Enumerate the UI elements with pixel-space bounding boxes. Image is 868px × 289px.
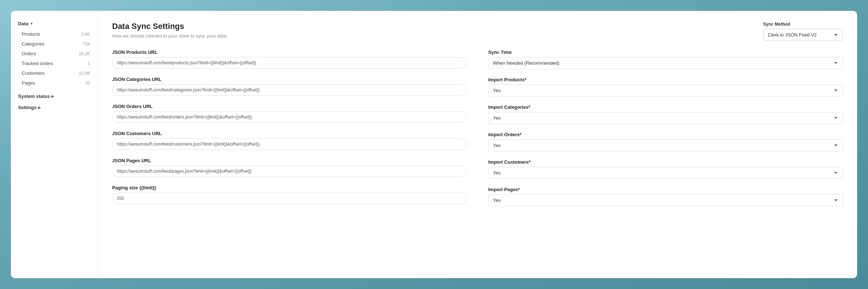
sidebar-items-container: Products 3.9K Categories 734 Orders 16.2…	[11, 29, 97, 88]
right-fields-container: Sync Time When Needed (Recommended)Every…	[488, 49, 843, 214]
field-input-json-customers-url[interactable]	[112, 138, 467, 150]
field-label-json-products-url: JSON Products URL	[112, 49, 467, 55]
sidebar-item-badge-orders: 16.2K	[79, 51, 90, 56]
chevron-down-icon: ▼	[30, 22, 33, 26]
field-group-import-orders: Import Orders* YesNo	[488, 132, 843, 151]
sidebar-item-badge-customers: 10.0K	[79, 71, 90, 76]
sidebar-section-data[interactable]: Data ▼	[11, 18, 97, 29]
field-label-paging-size: Paging size {{limit}}	[112, 185, 467, 190]
field-label-import-categories: Import Categories*	[488, 104, 843, 110]
sidebar-item-badge-products: 3.9K	[81, 32, 90, 37]
chevron-right-icon-settings: ▶	[38, 105, 41, 109]
field-select-import-customers[interactable]: YesNo	[488, 167, 843, 179]
field-label-import-products: Import Products*	[488, 77, 843, 82]
field-group-import-pages: Import Pages* YesNo	[488, 187, 843, 206]
sidebar-system-label: System status	[18, 94, 50, 99]
sidebar-data-label: Data	[18, 21, 28, 26]
field-select-import-products[interactable]: YesNo	[488, 85, 843, 96]
chevron-right-icon-system: ▶	[51, 94, 54, 98]
sidebar-item-customers[interactable]: Customers 10.0K	[11, 68, 97, 78]
field-label-json-orders-url: JSON Orders URL	[112, 104, 467, 109]
field-group-json-customers-url: JSON Customers URL	[112, 131, 467, 150]
field-input-paging-size[interactable]	[112, 193, 467, 204]
field-select-sync-time[interactable]: When Needed (Recommended)Every HourEvery…	[488, 57, 843, 69]
sidebar-item-categories[interactable]: Categories 734	[11, 39, 97, 49]
field-input-json-products-url[interactable]	[112, 57, 467, 69]
page-title: Data Sync Settings	[112, 22, 843, 31]
sidebar: Data ▼ Products 3.9K Categories 734 Orde…	[11, 11, 98, 278]
left-fields-container: JSON Products URL JSON Categories URL JS…	[112, 49, 467, 214]
main-wrapper: Sync Method Clerk.io JSON Feed V2WooComm…	[98, 11, 857, 278]
page-subtitle: How we should connect to your store to s…	[112, 33, 843, 39]
field-group-import-customers: Import Customers* YesNo	[488, 159, 843, 179]
field-group-import-categories: Import Categories* YesNo	[488, 104, 843, 124]
sidebar-item-badge-tracked-orders: 1	[88, 61, 90, 66]
sync-method-container: Sync Method Clerk.io JSON Feed V2WooComm…	[763, 22, 843, 41]
sidebar-item-tracked-orders[interactable]: Tracked orders 1	[11, 59, 97, 68]
sidebar-item-label-categories: Categories	[22, 41, 44, 47]
sidebar-item-label-tracked-orders: Tracked orders	[22, 61, 53, 66]
form-grid: JSON Products URL JSON Categories URL JS…	[112, 49, 843, 214]
field-select-import-pages[interactable]: YesNo	[488, 194, 843, 206]
field-group-json-products-url: JSON Products URL	[112, 49, 467, 69]
field-group-json-pages-url: JSON Pages URL	[112, 158, 467, 177]
sidebar-section-system[interactable]: System status ▶	[11, 91, 97, 102]
sidebar-item-products[interactable]: Products 3.9K	[11, 29, 97, 39]
field-group-import-products: Import Products* YesNo	[488, 77, 843, 96]
field-select-import-categories[interactable]: YesNo	[488, 112, 843, 124]
field-input-json-pages-url[interactable]	[112, 165, 467, 177]
field-select-import-orders[interactable]: YesNo	[488, 139, 843, 151]
sidebar-section-settings[interactable]: Settings ▶	[11, 102, 97, 113]
field-group-paging-size: Paging size {{limit}}	[112, 185, 467, 204]
field-label-sync-time: Sync Time	[488, 49, 843, 55]
field-group-json-categories-url: JSON Categories URL	[112, 77, 467, 96]
sidebar-item-badge-pages: 33	[85, 81, 90, 86]
sidebar-item-orders[interactable]: Orders 16.2K	[11, 49, 97, 59]
field-input-json-categories-url[interactable]	[112, 84, 467, 96]
field-label-import-orders: Import Orders*	[488, 132, 843, 137]
sidebar-item-label-pages: Pages	[22, 80, 35, 86]
sidebar-item-label-customers: Customers	[22, 70, 44, 76]
field-input-json-orders-url[interactable]	[112, 111, 467, 123]
field-label-import-customers: Import Customers*	[488, 159, 843, 165]
field-label-import-pages: Import Pages*	[488, 187, 843, 192]
sidebar-item-badge-categories: 734	[83, 42, 90, 47]
field-label-json-categories-url: JSON Categories URL	[112, 77, 467, 82]
field-label-json-customers-url: JSON Customers URL	[112, 131, 467, 136]
sidebar-item-label-products: Products	[22, 31, 40, 37]
field-group-sync-time: Sync Time When Needed (Recommended)Every…	[488, 49, 843, 69]
main-content: Data Sync Settings How we should connect…	[98, 11, 857, 225]
sync-method-label: Sync Method	[763, 22, 843, 27]
sidebar-settings-label: Settings	[18, 105, 37, 110]
sync-method-select[interactable]: Clerk.io JSON Feed V2WooCommerce REST AP…	[763, 29, 843, 41]
sidebar-item-label-orders: Orders	[22, 51, 36, 56]
field-group-json-orders-url: JSON Orders URL	[112, 104, 467, 123]
field-label-json-pages-url: JSON Pages URL	[112, 158, 467, 163]
sidebar-item-pages[interactable]: Pages 33	[11, 78, 97, 88]
